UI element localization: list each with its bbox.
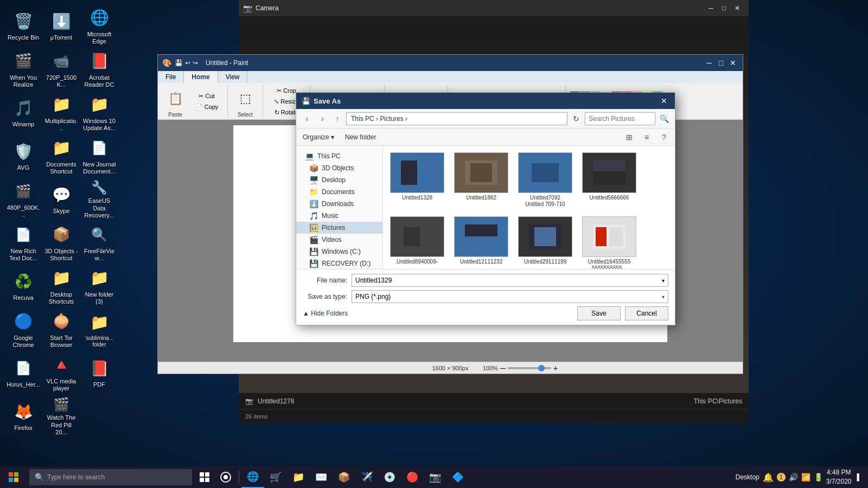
desktop-icon-new-folder[interactable]: 📁 New folder (3): [80, 265, 118, 308]
desktop-icon-avg[interactable]: 🛡️ AVG: [4, 134, 42, 178]
dialog-search-input[interactable]: [585, 112, 655, 125]
sidebar-item-windows-c[interactable]: 💾 Windows (C:): [296, 246, 382, 258]
dialog-search-btn[interactable]: 🔍: [658, 112, 671, 125]
paint-zoom-slider[interactable]: [508, 367, 551, 369]
desktop-icon-720p[interactable]: 📹 720P_1500K...: [42, 48, 80, 91]
start-button[interactable]: [0, 466, 27, 488]
desktop-icon-start-tor[interactable]: 🧅 Start Tor Browser: [42, 308, 80, 351]
show-desktop-btn[interactable]: ▌: [854, 473, 864, 481]
desktop-icon-winamp[interactable]: 🎵 Winamp: [4, 91, 42, 134]
taskbar-speaker-icon[interactable]: 🔊: [789, 473, 798, 481]
taskbar-amazon-btn[interactable]: 📦: [333, 466, 355, 488]
camera-close-btn[interactable]: ✕: [730, 4, 744, 12]
paint-zoom-in-btn[interactable]: +: [553, 364, 558, 373]
taskbar-network-icon[interactable]: 📶: [801, 473, 810, 481]
sidebar-item-downloads[interactable]: ⬇️ Downloads: [296, 198, 382, 210]
desktop-icon-new-journal[interactable]: 📄 New Journal Document...: [80, 134, 118, 178]
file-item-untitled29111199[interactable]: Untitled29111199: [515, 214, 575, 269]
paint-zoom-out-btn[interactable]: ─: [500, 364, 506, 373]
dialog-back-btn[interactable]: ‹: [301, 112, 314, 125]
file-item-untitled5666666[interactable]: Untitled5666666: [579, 150, 639, 210]
paint-save-icon[interactable]: 💾: [175, 59, 183, 67]
sidebar-item-music[interactable]: 🎵 Music: [296, 210, 382, 222]
dialog-help-btn[interactable]: ?: [658, 131, 671, 144]
sidebar-item-3d-objects[interactable]: 📦 3D Objects: [296, 162, 382, 174]
desktop-icon-desktop-shortcuts[interactable]: 📁 Desktop Shortcuts: [42, 265, 80, 308]
camera-maximize-btn[interactable]: □: [718, 4, 730, 12]
taskbar-clock[interactable]: 4:48 PM 3/7/2020: [826, 468, 852, 486]
desktop-icon-recuva[interactable]: ♻️ Recuva: [4, 265, 42, 308]
desktop-icon-freefile[interactable]: 🔍 FreeFileView...: [80, 221, 118, 265]
file-item-untitled7092[interactable]: Untitled7092Untitled 709-710: [515, 150, 575, 210]
view-toggle-btn[interactable]: ⊞: [623, 131, 636, 144]
cancel-button[interactable]: Cancel: [625, 306, 668, 320]
file-item-untitled16455555-1[interactable]: Untitled164555555555555555...5555555555.…: [579, 214, 639, 269]
paint-cut-btn[interactable]: ✂ Cut: [190, 91, 223, 101]
taskbar-desktop-btn[interactable]: Desktop: [736, 473, 760, 481]
file-item-untitled12111232[interactable]: Untitled12111232: [451, 214, 511, 269]
taskbar-opera-btn[interactable]: 🔴: [401, 466, 424, 488]
desktop-icon-chrome[interactable]: 🔵 Google Chrome: [4, 308, 42, 351]
file-item-untitled1328[interactable]: Untitled1328: [387, 150, 447, 210]
desktop-icon-acrobat[interactable]: 📕 Acrobat Reader DC: [80, 48, 118, 91]
taskbar-camera-btn[interactable]: 📷: [424, 466, 446, 488]
desktop-icon-utorrent[interactable]: ⬇️ μTorrent: [42, 4, 80, 48]
sidebar-item-videos[interactable]: 🎬 Videos: [296, 234, 382, 246]
paint-paste-btn[interactable]: 📋: [162, 86, 188, 112]
taskbar-cortana[interactable]: [215, 466, 237, 488]
dialog-up-btn[interactable]: ↑: [331, 112, 344, 125]
sidebar-item-pictures[interactable]: 🖼️ Pictures: [296, 222, 382, 234]
desktop-icon-subliminal[interactable]: 📁 'sublimina...folder: [80, 308, 118, 351]
taskbar-tripadvisor-btn[interactable]: ✈️: [355, 466, 378, 488]
save-button[interactable]: Save: [577, 306, 621, 320]
taskbar-disk-icon[interactable]: 💿: [378, 466, 401, 488]
desktop-icon-3d-objects[interactable]: 📦 3D Objects - Shortcut: [42, 221, 80, 265]
taskbar-search[interactable]: 🔍 Type here to search: [29, 469, 192, 485]
dialog-refresh-btn[interactable]: ↻: [570, 112, 583, 125]
camera-minimize-btn[interactable]: ─: [704, 4, 718, 12]
paint-redo-icon[interactable]: ↪: [193, 59, 198, 67]
desktop-icon-horus[interactable]: 📄 Horus_Her...: [4, 351, 42, 395]
desktop-icon-480p[interactable]: 🎬 480P_600K...: [4, 178, 42, 221]
sidebar-item-desktop[interactable]: 🖥️ Desktop: [296, 174, 382, 186]
paint-tab-file[interactable]: File: [158, 71, 184, 83]
hide-folders-btn[interactable]: ▲ Hide Folders: [303, 310, 348, 317]
paint-close-btn[interactable]: ✕: [727, 57, 738, 68]
filename-input[interactable]: Untitled1329 ▾: [352, 274, 668, 287]
paint-select-btn[interactable]: ⬚: [232, 86, 258, 112]
sidebar-item-recovery-d[interactable]: 💾 RECOVERY (D:): [296, 258, 382, 269]
taskbar-explorer-btn[interactable]: 📁: [287, 466, 310, 488]
taskbar-edge-btn[interactable]: 🌐: [241, 466, 264, 488]
file-item-untitled8940009[interactable]: Untitled8940009-: [387, 214, 447, 269]
desktop-icon-recycle-bin[interactable]: 🗑️ Recycle Bin: [4, 4, 42, 48]
desktop-icon-firefox[interactable]: 🦊 Firefox: [4, 395, 42, 438]
desktop-icon-watch-red-pill[interactable]: 🎬 Watch The Red Pill 20...: [42, 395, 80, 438]
view-details-btn[interactable]: ≡: [640, 131, 653, 144]
desktop-icon-pdf[interactable]: 📕 PDF: [80, 351, 118, 395]
taskbar-store-btn[interactable]: 🛒: [264, 466, 287, 488]
desktop-icon-win10[interactable]: 📁 Windows 10 Update As...: [80, 91, 118, 134]
taskbar-task-view[interactable]: [194, 466, 215, 488]
desktop-icon-rich-text[interactable]: 📄 New Rich Text Doc...: [4, 221, 42, 265]
desktop-icon-multiplication[interactable]: 📁 Multiplicatio...: [42, 91, 80, 134]
desktop-icon-edge[interactable]: 🌐 Microsoft Edge: [80, 4, 118, 48]
new-folder-btn[interactable]: New folder: [341, 131, 380, 143]
taskbar-battery-icon[interactable]: 🔋: [814, 473, 823, 481]
paint-tab-view[interactable]: View: [218, 71, 248, 83]
desktop-icon-when-you-realize[interactable]: 🎬 When You Realize: [4, 48, 42, 91]
dialog-forward-btn[interactable]: ›: [316, 112, 329, 125]
sidebar-item-this-pc[interactable]: 💻 This PC: [296, 150, 382, 162]
desktop-icon-easeus[interactable]: 🔧 EaseUS Data Recovery...: [80, 178, 118, 221]
desktop-icon-skype[interactable]: 💬 Skype: [42, 178, 80, 221]
taskbar-extra-btn[interactable]: 🔷: [446, 466, 469, 488]
taskbar-mail-btn[interactable]: ✉️: [310, 466, 333, 488]
taskbar-notification-icon[interactable]: 🔔: [763, 472, 774, 483]
paint-minimize-btn[interactable]: ─: [704, 57, 714, 68]
desktop-icon-vlc[interactable]: 🔺 VLC media player: [42, 351, 80, 395]
organize-btn[interactable]: Organize ▾: [301, 131, 336, 143]
paint-maximize-btn[interactable]: □: [716, 57, 726, 68]
save-dialog-close-btn[interactable]: ✕: [659, 95, 669, 106]
desktop-icon-documents[interactable]: 📁 Documents Shortcut: [42, 134, 80, 178]
paint-tab-home[interactable]: Home: [184, 71, 218, 83]
savetype-select[interactable]: PNG (*.png) ▾: [352, 290, 668, 303]
